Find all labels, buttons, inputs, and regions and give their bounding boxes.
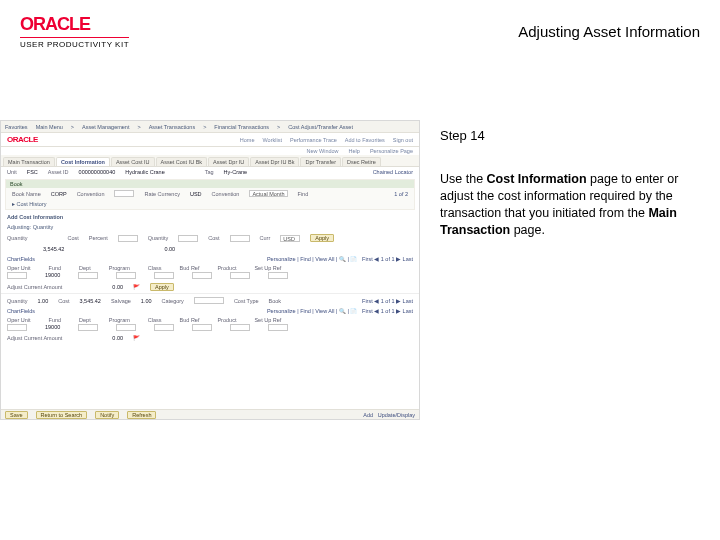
notify-button[interactable]: Notify	[95, 411, 119, 419]
save-button[interactable]: Save	[5, 411, 28, 419]
val-bud-ref[interactable]	[192, 272, 212, 279]
breadcrumb-item[interactable]: Asset Transactions	[149, 124, 195, 130]
nav-perf-trace[interactable]: Performance Trace	[290, 137, 337, 143]
chartfields-label[interactable]: ChartFields	[7, 256, 35, 262]
breadcrumb-item[interactable]: Financial Transactions	[214, 124, 269, 130]
step-text: Use the Cost Information page to enter o…	[440, 171, 700, 239]
chartfields-2: ChartFields Personalize | Find | View Al…	[1, 306, 419, 316]
apply-button[interactable]: Apply	[310, 234, 334, 242]
val-set-up-ref[interactable]	[268, 272, 288, 279]
quantity-input[interactable]	[178, 235, 198, 242]
col2-set-up-ref: Set Up Ref	[254, 317, 281, 323]
category-label-2: Category	[162, 298, 184, 304]
link-new-window[interactable]: New Window	[306, 148, 338, 154]
chartfields-pager-2[interactable]: Personalize | Find | View All | 🔍 | 📄 Fi…	[267, 308, 413, 314]
nav-worklist[interactable]: Worklist	[263, 137, 282, 143]
convention-input[interactable]	[114, 190, 134, 197]
global-header: ORACLE Home Worklist Performance Trace A…	[1, 133, 419, 147]
chartfields-2-vals: 19000	[1, 324, 419, 333]
val-class[interactable]	[154, 272, 174, 279]
tab-main-transaction[interactable]: Main Transaction	[3, 157, 55, 166]
tab-dsec-retire[interactable]: Dsec Retire	[342, 157, 381, 166]
apply-button-2[interactable]: Apply	[150, 283, 174, 291]
val-oper-unit[interactable]	[7, 272, 27, 279]
breadcrumb-item[interactable]: Favorites	[5, 124, 28, 130]
return-button[interactable]: Return to Search	[36, 411, 88, 419]
val2-set-up-ref[interactable]	[268, 324, 288, 331]
tab-asset-cost-iu[interactable]: Asset Cost IU	[111, 157, 155, 166]
breadcrumb-item[interactable]: Asset Management	[82, 124, 129, 130]
val-program[interactable]	[116, 272, 136, 279]
col2-dept: Dept	[79, 317, 91, 323]
adjust-current-label-2: Adjust Current Amount	[7, 335, 62, 341]
unit-value: FSC	[27, 169, 38, 175]
tab-asset-cost-iu-bk[interactable]: Asset Cost IU Bk	[156, 157, 208, 166]
val2-program[interactable]	[116, 324, 136, 331]
adjust-current-value-2: 0.00	[112, 335, 123, 341]
book-pager[interactable]: 1 of 2	[394, 191, 408, 197]
adjust-current-value: 0.00	[112, 284, 123, 290]
unit-label: Unit	[7, 169, 17, 175]
val2-dept[interactable]	[78, 324, 98, 331]
add-cost-info-header: Add Cost Information	[1, 212, 419, 222]
asset-desc: Hydraulic Crane	[125, 169, 164, 175]
tag-value: Hy-Crane	[224, 169, 248, 175]
breadcrumb-item[interactable]: Cost Adjust/Transfer Asset	[288, 124, 353, 130]
col-oper-unit: Oper Unit	[7, 265, 31, 271]
rate-currency-value: USD	[190, 191, 202, 197]
step-label: Step 14	[440, 128, 700, 143]
col-class: Class	[148, 265, 162, 271]
chained-locator[interactable]: Chained Locator	[373, 169, 413, 175]
tab-dpr-transfer[interactable]: Dpr Transfer	[300, 157, 341, 166]
chartfields-2-cols: Oper Unit Fund Dept Program Class Bud Re…	[1, 316, 419, 324]
category-select-2[interactable]	[194, 297, 224, 304]
val-fund: 19000	[45, 272, 60, 279]
chartfields-1-cols: Oper Unit Fund Dept Program Class Bud Re…	[1, 264, 419, 272]
col-set-up-ref: Set Up Ref	[254, 265, 281, 271]
salvage-value-2: 1.00	[141, 298, 152, 304]
brand-name: ORACLE	[20, 14, 129, 35]
toolbar-links: New Window Help Personalize Page	[1, 147, 419, 155]
link-personalize[interactable]: Personalize Page	[370, 148, 413, 154]
val2-fund: 19000	[45, 324, 60, 331]
flag-icon: 🚩	[133, 284, 140, 290]
convention2-select[interactable]: Actual Month	[249, 190, 287, 197]
cost-history-link[interactable]: ▸ Cost History	[6, 199, 414, 209]
nav-home[interactable]: Home	[240, 137, 255, 143]
val-dept[interactable]	[78, 272, 98, 279]
oracle-logo: ORACLE	[7, 135, 38, 144]
chartfields-1: ChartFields Personalize | Find | View Al…	[1, 254, 419, 264]
tab-asset-dpr-iu[interactable]: Asset Dpr IU	[208, 157, 249, 166]
col-product: Product	[217, 265, 236, 271]
nav-sign-out[interactable]: Sign out	[393, 137, 413, 143]
nav-add-fav[interactable]: Add to Favorites	[345, 137, 385, 143]
book-name-label: Book Name	[12, 191, 41, 197]
salvage-label-2: Salvage	[111, 298, 131, 304]
tab-cost-information[interactable]: Cost Information	[56, 157, 110, 166]
percent-input[interactable]	[118, 235, 138, 242]
val2-bud-ref[interactable]	[192, 324, 212, 331]
link-help[interactable]: Help	[349, 148, 360, 154]
tab-asset-dpr-iu-bk[interactable]: Asset Dpr IU Bk	[250, 157, 299, 166]
val-product[interactable]	[230, 272, 250, 279]
adjust-row-2: Quantity 1.00 Cost 3,545.42 Salvage 1.00…	[1, 293, 419, 306]
breadcrumb-item[interactable]: Main Menu	[36, 124, 63, 130]
chartfields-pager[interactable]: Personalize | Find | View All | 🔍 | 📄 Fi…	[267, 256, 413, 262]
chartfields-label-2[interactable]: ChartFields	[7, 308, 35, 314]
quantity2-label: Quantity	[148, 235, 168, 241]
rate-currency-label: Rate Currency	[144, 191, 179, 197]
val2-product[interactable]	[230, 324, 250, 331]
row2-pager[interactable]: First ◀ 1 of 1 ▶ Last	[362, 298, 413, 304]
adjust-row-1: Quantity Cost Percent Quantity Cost Curr…	[1, 232, 419, 244]
val2-oper-unit[interactable]	[7, 324, 27, 331]
brand: ORACLE USER PRODUCTIVITY KIT	[20, 14, 129, 49]
cost2-label: Cost	[208, 235, 219, 241]
curr-input[interactable]: USD	[280, 235, 300, 242]
page-footer: Save Return to Search Notify Refresh Add…	[1, 409, 419, 419]
footer-right[interactable]: Add Update/Display	[363, 412, 415, 418]
step-text-pre: Use the	[440, 172, 487, 186]
val2-class[interactable]	[154, 324, 174, 331]
col2-program: Program	[109, 317, 130, 323]
cost-input[interactable]	[230, 235, 250, 242]
refresh-button[interactable]: Refresh	[127, 411, 156, 419]
